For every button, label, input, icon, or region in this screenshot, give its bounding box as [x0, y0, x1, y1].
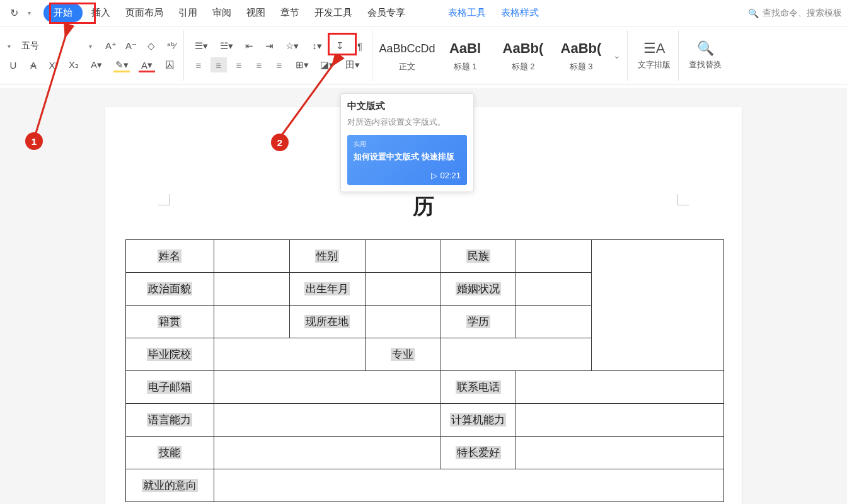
- tab-member[interactable]: 会员专享: [361, 3, 412, 23]
- callout-1: 1: [25, 132, 43, 150]
- clear-format-button[interactable]: ◇: [143, 38, 159, 54]
- tab-developer[interactable]: 开发工具: [308, 3, 359, 23]
- sort-button[interactable]: ↧: [331, 38, 348, 54]
- paragraph-group: ☰▾ ☱▾ ⇤ ⇥ ☆▾ ↕▾ ↧ ¶ ≡ ≡ ≡ ≡ ≡ ⊞▾ ◪▾ 田▾: [187, 30, 372, 81]
- numbering-button[interactable]: ☱▾: [216, 38, 237, 54]
- align-distribute-button[interactable]: ≡: [271, 57, 287, 72]
- style-heading-3[interactable]: AaBb( 标题 3: [553, 38, 609, 72]
- table-row: 技能 特长爱好: [126, 437, 724, 469]
- font-color-button[interactable]: A▾: [136, 57, 158, 72]
- search-placeholder: 查找命令、搜索模板: [763, 8, 842, 19]
- tab-table-style[interactable]: 表格样式: [495, 3, 545, 23]
- redo-icon[interactable]: ↻: [5, 6, 23, 21]
- align-justify-button[interactable]: ≡: [251, 57, 267, 72]
- find-replace-group[interactable]: 🔍 查找替换: [681, 30, 729, 81]
- decrease-font-button[interactable]: A⁻: [123, 38, 139, 54]
- increase-font-button[interactable]: A⁺: [103, 38, 119, 54]
- tab-section[interactable]: 章节: [274, 3, 306, 23]
- tooltip-desc: 对所选内容设置文字版式。: [347, 116, 467, 129]
- style-normal[interactable]: AaBbCcDd 正文: [379, 38, 435, 72]
- callout-2: 2: [271, 134, 289, 151]
- borders-button[interactable]: 田▾: [342, 57, 363, 72]
- tooltip-video-tag: 实用: [354, 140, 461, 149]
- show-marks-button[interactable]: ¶: [352, 38, 368, 54]
- tab-insert[interactable]: 插入: [85, 3, 117, 23]
- redo-dropdown-icon[interactable]: ▾: [25, 9, 33, 16]
- text-layout-icon: ☰A: [643, 40, 666, 57]
- font-size-value: 五号: [21, 40, 39, 52]
- tab-view[interactable]: 视图: [240, 3, 272, 23]
- search-icon: 🔍: [748, 8, 759, 18]
- search-box[interactable]: 🔍 查找命令、搜索模板: [748, 8, 842, 19]
- text-layout-label: 文字排版: [638, 59, 671, 71]
- table-row: 电子邮箱 联系电话: [126, 371, 724, 404]
- font-family-dropdown-icon[interactable]: ▾: [5, 43, 13, 50]
- styles-more-icon[interactable]: ⌄: [611, 50, 623, 60]
- align-center-button[interactable]: ≡: [210, 57, 227, 72]
- tab-table-tools[interactable]: 表格工具: [442, 3, 492, 23]
- magnifier-icon: 🔍: [697, 40, 714, 57]
- font-group: ▾ 五号 ▾ A⁺ A⁻ ◇ ᵃᵇ⁄ U A X² X₂ A▾ ✎▾ A▾ 囚: [1, 30, 184, 81]
- tooltip-video-duration: ▷ 02:21: [431, 171, 461, 180]
- phonetic-guide-button[interactable]: ᵃᵇ⁄: [163, 38, 180, 54]
- tab-start[interactable]: 开始: [43, 4, 83, 22]
- chevron-down-icon: ▾: [86, 43, 95, 50]
- play-icon: ▷: [431, 171, 437, 180]
- document-title-fragment: 历: [105, 192, 742, 221]
- increase-indent-button[interactable]: ⇥: [261, 38, 277, 54]
- highlight-color-button[interactable]: ✎▾: [111, 57, 132, 72]
- bullets-button[interactable]: ☰▾: [190, 38, 212, 54]
- text-layout-group[interactable]: ☰A 文字排版: [630, 30, 679, 81]
- font-size-selector[interactable]: 五号 ▾: [17, 38, 99, 54]
- table-row: 姓名 性别 民族: [126, 240, 724, 273]
- tab-page-layout[interactable]: 页面布局: [119, 3, 170, 23]
- styles-gallery: AaBbCcDd 正文 AaBl 标题 1 AaBb( 标题 2 AaBb( 标…: [375, 30, 628, 81]
- table-row: 就业的意向: [126, 469, 724, 502]
- tab-references[interactable]: 引用: [172, 3, 204, 23]
- tab-review[interactable]: 审阅: [206, 3, 238, 23]
- subscript-button[interactable]: X₂: [66, 57, 82, 72]
- table-row: 语言能力 计算机能力: [126, 404, 724, 437]
- tab-stops-button[interactable]: ⊞▾: [291, 57, 313, 72]
- underline-button[interactable]: U: [5, 57, 21, 72]
- tooltip-video-title: 如何设置中文版式 快速排版: [354, 151, 461, 163]
- resume-table[interactable]: 姓名 性别 民族 政治面貌 出生年月 婚姻状况 籍贯 现所在地 学历 毕业院校 …: [125, 239, 724, 502]
- toolbar-ribbon: ▾ 五号 ▾ A⁺ A⁻ ◇ ᵃᵇ⁄ U A X² X₂ A▾ ✎▾ A▾ 囚 …: [0, 26, 847, 84]
- style-heading-2[interactable]: AaBb( 标题 2: [495, 38, 551, 72]
- line-spacing-button[interactable]: ↕▾: [306, 38, 328, 54]
- decrease-indent-button[interactable]: ⇤: [241, 38, 257, 54]
- align-right-button[interactable]: ≡: [231, 57, 247, 72]
- shading-button[interactable]: ◪▾: [316, 57, 338, 72]
- superscript-button[interactable]: X²: [45, 57, 62, 72]
- strikethrough-button[interactable]: A: [25, 57, 42, 72]
- chinese-layout-tooltip: 中文版式 对所选内容设置文字版式。 实用 如何设置中文版式 快速排版 ▷ 02:…: [340, 93, 474, 192]
- text-effect-button[interactable]: A▾: [86, 57, 107, 72]
- tooltip-title: 中文版式: [347, 100, 467, 112]
- menubar: ↻ ▾ 开始 插入 页面布局 引用 审阅 视图 章节 开发工具 会员专享 表格工…: [0, 0, 847, 26]
- align-left-button[interactable]: ≡: [190, 57, 207, 72]
- chinese-layout-button[interactable]: ☆▾: [281, 38, 302, 54]
- style-heading-1[interactable]: AaBl 标题 1: [437, 38, 493, 72]
- tooltip-video-card[interactable]: 实用 如何设置中文版式 快速排版 ▷ 02:21: [347, 135, 467, 185]
- find-replace-label: 查找替换: [689, 59, 722, 71]
- character-border-button[interactable]: 囚: [161, 57, 178, 72]
